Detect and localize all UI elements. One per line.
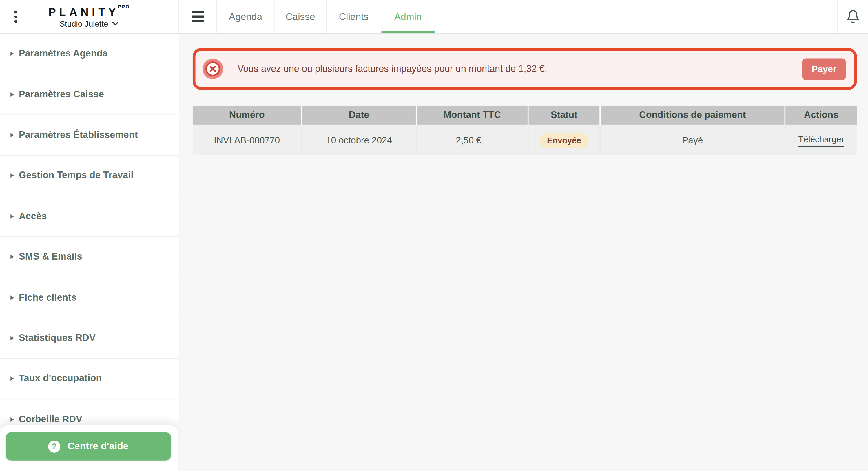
sidebar-item-label: Paramètres Caisse [19, 89, 104, 100]
status-badge: Envoyée [539, 133, 589, 148]
sidebar-item-label: Taux d'occupation [19, 373, 102, 384]
logo-badge: PRO [118, 4, 130, 9]
sidebar-item-sms-emails[interactable]: SMS & Emails [0, 237, 179, 278]
account-name: Studio Julette [60, 20, 108, 28]
brand-section: PLANITYPRO Studio Julette [0, 0, 179, 33]
tab-label: Caisse [285, 11, 315, 22]
caret-right-icon [10, 92, 13, 96]
caret-right-icon [10, 417, 13, 421]
chevron-down-icon [113, 22, 119, 26]
tab-admin[interactable]: Admin [381, 0, 435, 33]
sidebar-item-parametres-caisse[interactable]: Paramètres Caisse [0, 74, 179, 115]
invoice-number-cell: INVLAB-000770 [193, 126, 302, 155]
invoice-actions-cell: Télécharger [785, 126, 857, 155]
sidebar-item-taux-occupation[interactable]: Taux d'occupation [0, 358, 179, 399]
hamburger-menu-icon [191, 11, 204, 22]
sidebar-item-label: Paramètres Établissement [19, 129, 138, 140]
table-header-row: Numéro Date Montant TTC Statut Condition… [193, 106, 857, 126]
caret-right-icon [10, 295, 13, 300]
bell-icon [846, 9, 860, 24]
column-header-numero: Numéro [193, 106, 302, 126]
invoice-status-cell: Envoyée [529, 126, 600, 155]
hamburger-menu-button[interactable] [179, 0, 217, 33]
sidebar-item-label: Statistiques RDV [19, 333, 96, 344]
app-window: PLANITYPRO Studio Julette Agenda Caisse … [0, 0, 868, 471]
column-header-actions: Actions [785, 106, 857, 126]
caret-right-icon [10, 52, 13, 56]
invoice-row: INVLAB-000770 10 octobre 2024 2,50 € Env… [193, 126, 857, 155]
notifications-button[interactable] [837, 0, 868, 33]
caret-right-icon [10, 214, 13, 218]
download-link[interactable]: Télécharger [798, 135, 844, 147]
alert-message: Vous avez une ou plusieurs factures impa… [238, 63, 547, 74]
column-header-conditions-paiement: Conditions de paiement [600, 106, 785, 126]
column-header-montant-ttc: Montant TTC [417, 106, 529, 126]
account-switcher[interactable]: Studio Julette [60, 20, 119, 28]
sidebar-item-label: Accès [19, 211, 47, 222]
question-circle-icon: ? [48, 440, 60, 452]
top-bar: PLANITYPRO Studio Julette Agenda Caisse … [0, 0, 868, 34]
tab-label: Admin [394, 11, 422, 22]
caret-right-icon [10, 133, 13, 137]
unpaid-invoices-alert-banner: Vous avez une ou plusieurs factures impa… [193, 48, 857, 90]
invoices-table: Numéro Date Montant TTC Statut Condition… [193, 106, 857, 155]
tab-clients[interactable]: Clients [327, 0, 381, 33]
invoice-payment-terms-cell: Payé [600, 126, 785, 155]
tab-agenda[interactable]: Agenda [217, 0, 275, 33]
invoice-date-cell: 10 octobre 2024 [302, 126, 417, 155]
sidebar-item-fiche-clients[interactable]: Fiche clients [0, 278, 179, 318]
caret-right-icon [10, 336, 13, 340]
sidebar-item-label: Paramètres Agenda [19, 49, 108, 59]
logo-text: PLANITY [49, 6, 119, 18]
sidebar-item-label: Fiche clients [19, 292, 76, 303]
error-x-circle-icon [203, 59, 223, 80]
caret-right-icon [10, 377, 13, 381]
column-header-date: Date [302, 106, 417, 126]
invoice-amount-cell: 2,50 € [417, 126, 529, 155]
tab-label: Agenda [229, 11, 262, 22]
settings-sidebar: Paramètres Agenda Paramètres Caisse Para… [0, 34, 179, 471]
tab-label: Clients [339, 11, 369, 22]
tab-caisse[interactable]: Caisse [275, 0, 327, 33]
sidebar-item-label: Corbeille RDV [19, 414, 82, 425]
sidebar-item-label: Gestion Temps de Travail [19, 170, 133, 181]
column-header-statut: Statut [529, 106, 600, 126]
brand-block: PLANITYPRO Studio Julette [0, 4, 178, 28]
sidebar-item-statistiques-rdv[interactable]: Statistiques RDV [0, 318, 179, 358]
caret-right-icon [10, 255, 13, 259]
sidebar-item-acces[interactable]: Accès [0, 196, 179, 237]
pay-button[interactable]: Payer [802, 58, 846, 80]
main-content: Vous avez une ou plusieurs factures impa… [179, 34, 868, 471]
sidebar-item-parametres-etablissement[interactable]: Paramètres Établissement [0, 115, 179, 156]
help-center-label: Centre d'aide [67, 441, 129, 452]
caret-right-icon [10, 174, 13, 178]
sidebar-item-parametres-agenda[interactable]: Paramètres Agenda [0, 34, 179, 74]
help-center-card: ? Centre d'aide [0, 425, 178, 471]
sidebar-item-label: SMS & Emails [19, 251, 82, 262]
help-center-button[interactable]: ? Centre d'aide [5, 432, 171, 460]
sidebar-item-gestion-temps-de-travail[interactable]: Gestion Temps de Travail [0, 156, 179, 196]
brand-logo: PLANITYPRO [49, 4, 130, 18]
